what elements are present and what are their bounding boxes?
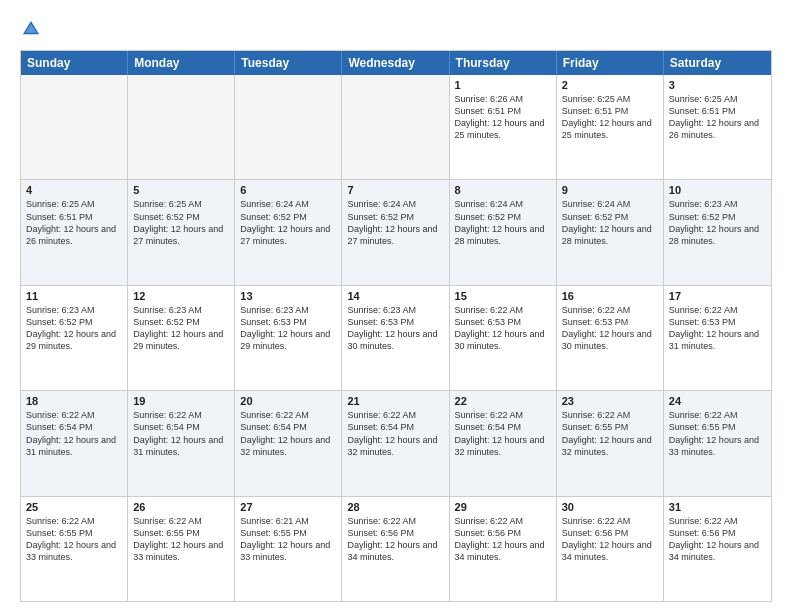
- day-cell-1: 1 Sunrise: 6:26 AMSunset: 6:51 PMDayligh…: [450, 75, 557, 179]
- day-number: 6: [240, 184, 336, 196]
- day-number: 4: [26, 184, 122, 196]
- day-number: 14: [347, 290, 443, 302]
- cell-content: Sunrise: 6:23 AMSunset: 6:52 PMDaylight:…: [133, 304, 229, 353]
- day-cell-20: 20 Sunrise: 6:22 AMSunset: 6:54 PMDaylig…: [235, 391, 342, 495]
- day-number: 20: [240, 395, 336, 407]
- day-number: 31: [669, 501, 766, 513]
- cell-content: Sunrise: 6:24 AMSunset: 6:52 PMDaylight:…: [347, 198, 443, 247]
- day-header-thursday: Thursday: [450, 51, 557, 75]
- day-cell-22: 22 Sunrise: 6:22 AMSunset: 6:54 PMDaylig…: [450, 391, 557, 495]
- day-number: 26: [133, 501, 229, 513]
- cell-content: Sunrise: 6:22 AMSunset: 6:56 PMDaylight:…: [455, 515, 551, 564]
- day-cell-26: 26 Sunrise: 6:22 AMSunset: 6:55 PMDaylig…: [128, 497, 235, 601]
- day-number: 10: [669, 184, 766, 196]
- day-cell-27: 27 Sunrise: 6:21 AMSunset: 6:55 PMDaylig…: [235, 497, 342, 601]
- day-number: 3: [669, 79, 766, 91]
- day-number: 13: [240, 290, 336, 302]
- calendar-week-3: 11 Sunrise: 6:23 AMSunset: 6:52 PMDaylig…: [21, 286, 771, 391]
- day-cell-24: 24 Sunrise: 6:22 AMSunset: 6:55 PMDaylig…: [664, 391, 771, 495]
- cell-content: Sunrise: 6:24 AMSunset: 6:52 PMDaylight:…: [455, 198, 551, 247]
- day-number: 30: [562, 501, 658, 513]
- day-number: 28: [347, 501, 443, 513]
- day-header-saturday: Saturday: [664, 51, 771, 75]
- day-cell-21: 21 Sunrise: 6:22 AMSunset: 6:54 PMDaylig…: [342, 391, 449, 495]
- cell-content: Sunrise: 6:22 AMSunset: 6:54 PMDaylight:…: [455, 409, 551, 458]
- day-number: 8: [455, 184, 551, 196]
- day-cell-9: 9 Sunrise: 6:24 AMSunset: 6:52 PMDayligh…: [557, 180, 664, 284]
- calendar-week-4: 18 Sunrise: 6:22 AMSunset: 6:54 PMDaylig…: [21, 391, 771, 496]
- day-cell-15: 15 Sunrise: 6:22 AMSunset: 6:53 PMDaylig…: [450, 286, 557, 390]
- empty-cell: [235, 75, 342, 179]
- logo: [20, 18, 46, 40]
- cell-content: Sunrise: 6:22 AMSunset: 6:54 PMDaylight:…: [133, 409, 229, 458]
- day-number: 22: [455, 395, 551, 407]
- day-cell-3: 3 Sunrise: 6:25 AMSunset: 6:51 PMDayligh…: [664, 75, 771, 179]
- cell-content: Sunrise: 6:22 AMSunset: 6:54 PMDaylight:…: [26, 409, 122, 458]
- day-cell-30: 30 Sunrise: 6:22 AMSunset: 6:56 PMDaylig…: [557, 497, 664, 601]
- cell-content: Sunrise: 6:22 AMSunset: 6:56 PMDaylight:…: [562, 515, 658, 564]
- day-cell-17: 17 Sunrise: 6:22 AMSunset: 6:53 PMDaylig…: [664, 286, 771, 390]
- cell-content: Sunrise: 6:24 AMSunset: 6:52 PMDaylight:…: [240, 198, 336, 247]
- day-number: 25: [26, 501, 122, 513]
- day-cell-29: 29 Sunrise: 6:22 AMSunset: 6:56 PMDaylig…: [450, 497, 557, 601]
- cell-content: Sunrise: 6:21 AMSunset: 6:55 PMDaylight:…: [240, 515, 336, 564]
- day-number: 29: [455, 501, 551, 513]
- day-number: 15: [455, 290, 551, 302]
- day-number: 18: [26, 395, 122, 407]
- day-cell-25: 25 Sunrise: 6:22 AMSunset: 6:55 PMDaylig…: [21, 497, 128, 601]
- calendar-week-5: 25 Sunrise: 6:22 AMSunset: 6:55 PMDaylig…: [21, 497, 771, 601]
- cell-content: Sunrise: 6:22 AMSunset: 6:56 PMDaylight:…: [669, 515, 766, 564]
- cell-content: Sunrise: 6:22 AMSunset: 6:55 PMDaylight:…: [669, 409, 766, 458]
- day-cell-7: 7 Sunrise: 6:24 AMSunset: 6:52 PMDayligh…: [342, 180, 449, 284]
- day-cell-6: 6 Sunrise: 6:24 AMSunset: 6:52 PMDayligh…: [235, 180, 342, 284]
- day-number: 9: [562, 184, 658, 196]
- cell-content: Sunrise: 6:24 AMSunset: 6:52 PMDaylight:…: [562, 198, 658, 247]
- day-number: 11: [26, 290, 122, 302]
- day-number: 17: [669, 290, 766, 302]
- day-cell-8: 8 Sunrise: 6:24 AMSunset: 6:52 PMDayligh…: [450, 180, 557, 284]
- cell-content: Sunrise: 6:22 AMSunset: 6:54 PMDaylight:…: [347, 409, 443, 458]
- day-number: 24: [669, 395, 766, 407]
- calendar-body: 1 Sunrise: 6:26 AMSunset: 6:51 PMDayligh…: [21, 75, 771, 601]
- calendar-week-1: 1 Sunrise: 6:26 AMSunset: 6:51 PMDayligh…: [21, 75, 771, 180]
- empty-cell: [128, 75, 235, 179]
- day-header-wednesday: Wednesday: [342, 51, 449, 75]
- day-cell-16: 16 Sunrise: 6:22 AMSunset: 6:53 PMDaylig…: [557, 286, 664, 390]
- page: SundayMondayTuesdayWednesdayThursdayFrid…: [0, 0, 792, 612]
- day-number: 5: [133, 184, 229, 196]
- cell-content: Sunrise: 6:25 AMSunset: 6:52 PMDaylight:…: [133, 198, 229, 247]
- cell-content: Sunrise: 6:25 AMSunset: 6:51 PMDaylight:…: [562, 93, 658, 142]
- header: [20, 18, 772, 40]
- cell-content: Sunrise: 6:22 AMSunset: 6:55 PMDaylight:…: [562, 409, 658, 458]
- calendar-week-2: 4 Sunrise: 6:25 AMSunset: 6:51 PMDayligh…: [21, 180, 771, 285]
- day-number: 16: [562, 290, 658, 302]
- day-cell-11: 11 Sunrise: 6:23 AMSunset: 6:52 PMDaylig…: [21, 286, 128, 390]
- cell-content: Sunrise: 6:23 AMSunset: 6:52 PMDaylight:…: [26, 304, 122, 353]
- cell-content: Sunrise: 6:25 AMSunset: 6:51 PMDaylight:…: [26, 198, 122, 247]
- calendar-header-row: SundayMondayTuesdayWednesdayThursdayFrid…: [21, 51, 771, 75]
- logo-icon: [20, 18, 42, 40]
- cell-content: Sunrise: 6:22 AMSunset: 6:56 PMDaylight:…: [347, 515, 443, 564]
- day-cell-10: 10 Sunrise: 6:23 AMSunset: 6:52 PMDaylig…: [664, 180, 771, 284]
- empty-cell: [342, 75, 449, 179]
- cell-content: Sunrise: 6:23 AMSunset: 6:53 PMDaylight:…: [347, 304, 443, 353]
- day-header-friday: Friday: [557, 51, 664, 75]
- day-cell-12: 12 Sunrise: 6:23 AMSunset: 6:52 PMDaylig…: [128, 286, 235, 390]
- day-cell-18: 18 Sunrise: 6:22 AMSunset: 6:54 PMDaylig…: [21, 391, 128, 495]
- day-header-monday: Monday: [128, 51, 235, 75]
- cell-content: Sunrise: 6:22 AMSunset: 6:53 PMDaylight:…: [669, 304, 766, 353]
- day-cell-5: 5 Sunrise: 6:25 AMSunset: 6:52 PMDayligh…: [128, 180, 235, 284]
- cell-content: Sunrise: 6:22 AMSunset: 6:55 PMDaylight:…: [26, 515, 122, 564]
- day-number: 27: [240, 501, 336, 513]
- day-cell-13: 13 Sunrise: 6:23 AMSunset: 6:53 PMDaylig…: [235, 286, 342, 390]
- day-cell-19: 19 Sunrise: 6:22 AMSunset: 6:54 PMDaylig…: [128, 391, 235, 495]
- cell-content: Sunrise: 6:22 AMSunset: 6:53 PMDaylight:…: [562, 304, 658, 353]
- calendar: SundayMondayTuesdayWednesdayThursdayFrid…: [20, 50, 772, 602]
- cell-content: Sunrise: 6:23 AMSunset: 6:53 PMDaylight:…: [240, 304, 336, 353]
- day-number: 7: [347, 184, 443, 196]
- cell-content: Sunrise: 6:23 AMSunset: 6:52 PMDaylight:…: [669, 198, 766, 247]
- day-cell-14: 14 Sunrise: 6:23 AMSunset: 6:53 PMDaylig…: [342, 286, 449, 390]
- day-number: 21: [347, 395, 443, 407]
- day-cell-2: 2 Sunrise: 6:25 AMSunset: 6:51 PMDayligh…: [557, 75, 664, 179]
- day-number: 2: [562, 79, 658, 91]
